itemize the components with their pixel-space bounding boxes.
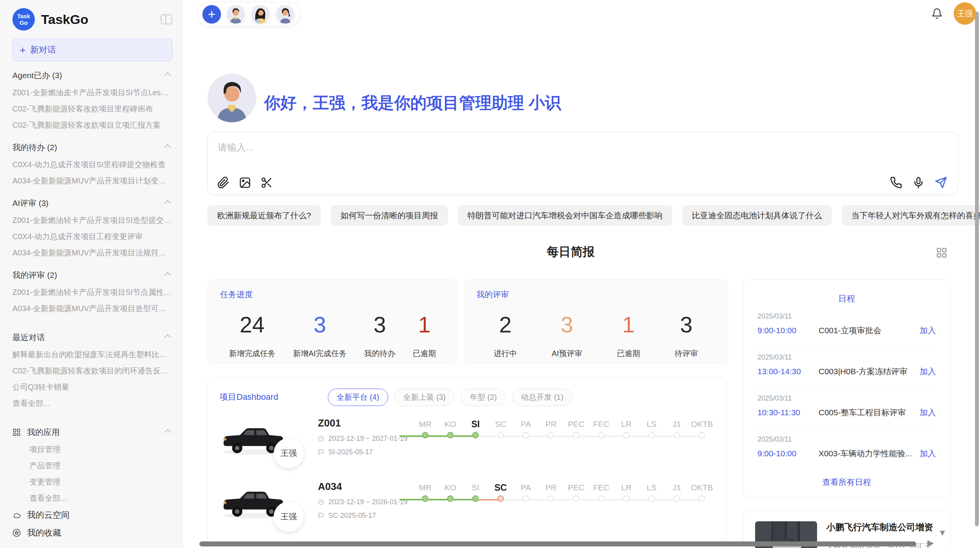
section-items: Z001-全新燃油皮卡产品开发项目SI节点Lesson Learn报告C02-飞… <box>12 84 172 133</box>
suggestion-chip[interactable]: 当下年轻人对汽车外观有怎样的喜好趋势 <box>842 205 980 226</box>
schedule-time: 10:30-11:30 <box>757 408 819 417</box>
sidebar-task-item[interactable]: A034-全新新能源MUV产品开发项目造型可行性评审 <box>12 300 172 317</box>
suggestion-chip[interactable]: 如何写一份清晰的项目周报 <box>331 205 448 226</box>
topbar-right: 王强 <box>931 2 976 25</box>
layout-grid-icon[interactable] <box>936 247 947 259</box>
sidebar-task-item[interactable]: Z001-全新燃油轻卡产品开发项目SI节点属性5D文件评审 <box>12 284 172 300</box>
milestone-label: PEC <box>564 417 589 431</box>
suggestion-chip[interactable]: 比亚迪全固态电池计划具体说了什么 <box>682 205 832 226</box>
sidebar-task-item[interactable]: C0X4-动力总成开发项目SI里程碑提交物检查 <box>12 156 172 173</box>
sidebar-collapse-icon[interactable] <box>161 14 172 24</box>
recent-chat-item[interactable]: 查看全部... <box>12 395 172 411</box>
milestone-label: PR <box>538 417 564 431</box>
join-link[interactable]: 加入 <box>920 366 936 377</box>
recent-chat-item[interactable]: 解释最新出台的欧盟报废车法规再生塑料比例被调至15%... <box>12 346 172 363</box>
section-header[interactable]: Agent已办 (3) <box>12 67 172 84</box>
milestone-label: FEC <box>589 417 614 431</box>
milestone: SC <box>488 417 513 441</box>
microphone-icon[interactable] <box>912 176 925 189</box>
milestone-dot <box>472 495 479 502</box>
sidebar-task-item[interactable]: Z001-全新燃油轻卡产品开发项目SI造型提交物评审 <box>12 212 172 228</box>
send-icon[interactable] <box>935 176 947 189</box>
stat-label: 待评审 <box>675 348 698 359</box>
phone-icon[interactable] <box>890 176 902 189</box>
agent-avatar[interactable] <box>250 4 271 24</box>
chevron-up-icon <box>164 272 171 279</box>
agent-avatar[interactable] <box>226 4 246 24</box>
join-link[interactable]: 加入 <box>920 448 936 459</box>
sidebar-task-item[interactable]: A034-全新新能源MUV产品开发项目法规符合性评审 <box>12 245 172 261</box>
sidebar-task-item[interactable]: Z001-全新燃油皮卡产品开发项目SI节点Lesson Learn报告 <box>12 84 172 101</box>
project-row[interactable]: 王强 Z001 2023-12-19 ~ 2027-01-19 SI-2025-… <box>208 416 726 470</box>
add-agent-button[interactable] <box>202 5 221 24</box>
section-recent-chats: 最近对话 解释最新出台的欧盟报废车法规再生塑料比例被调至15%...C02-飞腾… <box>12 329 172 411</box>
daily-briefing-title: 每日简报 <box>183 244 959 260</box>
scroll-down-arrow[interactable]: ▼ <box>938 529 947 537</box>
project-row[interactable]: 王强 A034 2023-12-19 ~ 2026-01-19 SC-2025-… <box>208 479 726 533</box>
project-flag: SC-2025-05-17 <box>318 512 409 520</box>
sidebar-task-item[interactable]: C02-飞腾新能源轻客改款项目立项汇报方案 <box>12 117 172 133</box>
section-title: 我的应用 <box>27 427 60 438</box>
stat-value: 3 <box>675 312 698 337</box>
scroll-right-arrow[interactable]: ▶ <box>927 539 934 547</box>
dashboard-tab[interactable]: 全新上装 (3) <box>394 389 455 406</box>
stat-label: 我的待办 <box>364 348 395 359</box>
milestone-dot <box>673 495 680 502</box>
project-info: A034 2023-12-19 ~ 2026-01-19 SC-2025-05-… <box>318 479 409 520</box>
schedule-card: 日程 2025/03/11 9:00-10:00 C001-立项审批会 加入 2… <box>743 279 950 497</box>
agent-avatar[interactable] <box>275 4 295 24</box>
divider <box>12 418 172 418</box>
sidebar-item-cloud-space[interactable]: 我的云空间 <box>12 506 172 524</box>
composer-left-icons <box>217 176 273 189</box>
recent-chat-item[interactable]: C02-飞腾新能源轻客改款项目的闭环通告反馈情况 <box>12 363 172 379</box>
sidebar-task-item[interactable]: C0X4-动力总成开发项目工程变更评审 <box>12 228 172 245</box>
milestone: SC <box>488 481 513 505</box>
milestone: FEC <box>589 481 614 505</box>
plus-icon: + <box>20 45 26 55</box>
suggestion-chip[interactable]: 特朗普可能对进口汽车增税会对中国车企造成哪些影响 <box>458 205 672 226</box>
scissors-icon[interactable] <box>260 176 273 189</box>
dashboard-tab[interactable]: 年型 (2) <box>461 389 506 406</box>
app-item[interactable]: 产品管理 <box>29 457 172 474</box>
schedule-entry: 2025/03/11 10:30-11:30 C005-整车工程目标评审 加入 <box>757 387 936 428</box>
vertical-scrollbar[interactable] <box>975 12 979 526</box>
section-header[interactable]: AI评审 (3) <box>12 194 172 212</box>
dashboard-tab[interactable]: 全新平台 (4) <box>328 389 388 406</box>
user-avatar[interactable]: 王强 <box>954 2 976 25</box>
app-logo: Task Go <box>12 8 35 31</box>
milestone-dot <box>447 432 454 438</box>
paperclip-icon[interactable] <box>217 176 230 189</box>
sidebar-task-item[interactable]: C02-飞腾新能源轻客改款项目里程碑画布 <box>12 101 172 117</box>
app-item[interactable]: 变更管理 <box>29 474 172 490</box>
app-item[interactable]: 项目管理 <box>29 441 172 457</box>
milestone-label: PR <box>538 481 564 495</box>
milestone-dot <box>548 495 554 502</box>
section-title: 最近对话 <box>12 332 45 343</box>
new-chat-button[interactable]: + 新对话 <box>12 39 172 61</box>
section-header[interactable]: 我的应用 <box>12 423 172 441</box>
view-all-schedule-link[interactable]: 查看所有日程 <box>757 477 936 488</box>
notification-bell-icon[interactable] <box>931 8 943 19</box>
milestone-connector <box>399 499 425 500</box>
sidebar-task-item[interactable]: A034-全新新能源MUV产品开发项目计划变更表编写 <box>12 173 172 189</box>
suggestion-chip[interactable]: 欧洲新规最近颁布了什么? <box>207 205 321 226</box>
section-title: 我的评审 (2) <box>12 270 57 281</box>
schedule-name: X003-车辆动力学性能验... <box>819 448 915 459</box>
image-icon[interactable] <box>239 176 251 189</box>
recent-chat-item[interactable]: 公司Q3轻卡销量 <box>12 379 172 395</box>
sidebar-item-favorites[interactable]: 我的收藏 <box>12 524 172 542</box>
horizontal-scrollbar[interactable] <box>199 541 916 546</box>
join-link[interactable]: 加入 <box>920 325 936 336</box>
section-header[interactable]: 最近对话 <box>12 329 172 346</box>
section-header[interactable]: 我的待办 (2) <box>12 139 172 156</box>
stat: 3 AI预评审 <box>552 312 582 359</box>
clock-icon <box>318 499 324 505</box>
app-item[interactable]: 查看全部... <box>29 490 172 506</box>
section-title-wrap: 我的应用 <box>12 427 60 438</box>
join-link[interactable]: 加入 <box>920 407 936 418</box>
section-header[interactable]: 我的评审 (2) <box>12 266 172 284</box>
chat-input[interactable] <box>218 140 876 155</box>
section-my-review: 我的评审 (2) Z001-全新燃油轻卡产品开发项目SI节点属性5D文件评审A0… <box>12 266 172 317</box>
dashboard-tab[interactable]: 动总开发 (1) <box>512 389 572 406</box>
chevron-up-icon <box>164 200 171 207</box>
